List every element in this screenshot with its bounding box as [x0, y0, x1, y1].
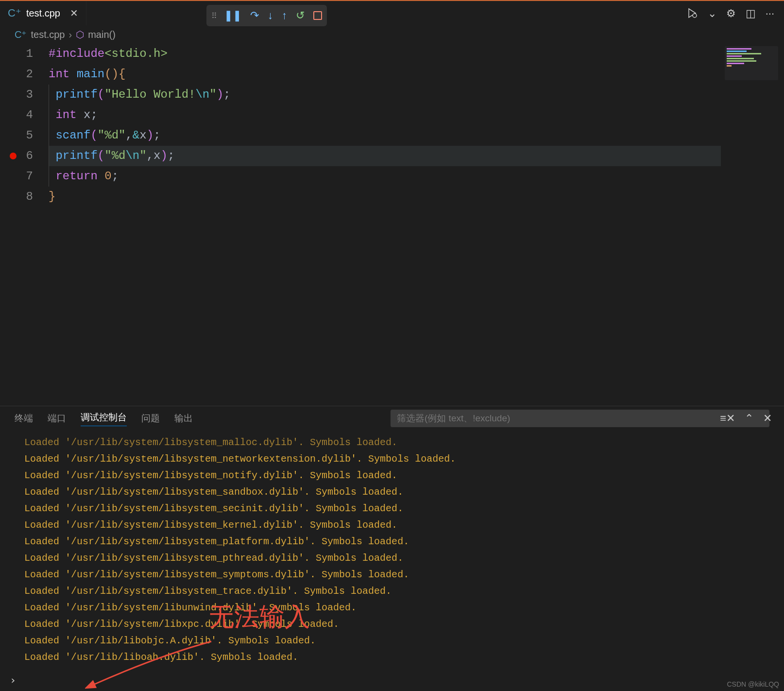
cpp-file-icon: C⁺	[15, 29, 27, 40]
tab-filename: test.cpp	[26, 8, 60, 19]
grip-icon[interactable]: ⠿	[211, 11, 215, 20]
breakpoint-icon[interactable]	[10, 153, 17, 159]
breadcrumb-symbol[interactable]: main()	[88, 29, 116, 40]
chevron-right-icon: ›	[69, 29, 72, 40]
editor-actions: ⌄ ⚙ ◫ ···	[686, 7, 774, 22]
run-debug-icon[interactable]	[686, 7, 698, 22]
code-line: #include<stdio.h>	[49, 44, 784, 64]
code-line: int main(){	[49, 64, 784, 85]
cpp-file-icon: C⁺	[8, 7, 21, 19]
line-number: 6	[0, 146, 33, 166]
console-line: Loaded '/usr/lib/system/libsystem_malloc…	[24, 434, 760, 451]
bottom-panel: 终端 端口 调试控制台 问题 输出 ≡✕ ⌃ ✕ Loaded '/usr/li…	[0, 406, 784, 691]
console-line: Loaded '/usr/lib/system/libsystem_platfo…	[24, 534, 760, 550]
console-line: Loaded '/usr/lib/liboah.dylib'. Symbols …	[24, 649, 760, 664]
line-number: 8	[0, 187, 33, 207]
panel-tabs: 终端 端口 调试控制台 问题 输出 ≡✕ ⌃ ✕	[0, 406, 784, 431]
tab-ports[interactable]: 端口	[48, 412, 66, 425]
tab-problems[interactable]: 问题	[141, 412, 160, 425]
code-line: scanf("%d",&x);	[49, 125, 784, 146]
tab-debug-console[interactable]: 调试控制台	[81, 411, 127, 426]
line-number: 5	[0, 125, 33, 146]
code-editor[interactable]: 1 2 3 4 5 6 7 8 #include<stdio.h> int ma…	[0, 44, 784, 207]
console-line: Loaded '/usr/lib/system/libxpc.dylib'. S…	[24, 616, 760, 633]
console-line: Loaded '/usr/lib/system/libsystem_sympto…	[24, 567, 760, 583]
clear-console-icon[interactable]: ≡✕	[720, 412, 735, 425]
close-panel-icon[interactable]: ✕	[763, 412, 772, 425]
panel-actions: ≡✕ ⌃ ✕	[720, 412, 772, 425]
debug-console-output[interactable]: Loaded '/usr/lib/system/libsystem_malloc…	[0, 431, 784, 664]
code-line: printf("Hello World!\n");	[49, 85, 784, 105]
tab-output[interactable]: 输出	[174, 412, 193, 425]
step-over-icon[interactable]: ↷	[250, 9, 259, 22]
line-number: 7	[0, 166, 33, 187]
chevron-down-icon[interactable]: ⌄	[708, 7, 716, 22]
console-line: Loaded '/usr/lib/system/libsystem_notify…	[24, 467, 760, 484]
console-line: Loaded '/usr/lib/system/libsystem_secini…	[24, 501, 760, 517]
filter-input[interactable]	[391, 410, 769, 427]
console-line: Loaded '/usr/lib/system/libsystem_trace.…	[24, 583, 760, 600]
code-line: int x;	[49, 105, 784, 125]
line-number: 3	[0, 85, 33, 105]
code-line: }	[49, 187, 784, 207]
console-line: Loaded '/usr/lib/system/libunwind.dylib'…	[24, 600, 760, 616]
breadcrumb-file[interactable]: test.cpp	[31, 29, 65, 40]
line-number: 2	[0, 64, 33, 85]
console-line: Loaded '/usr/lib/system/libsystem_networ…	[24, 451, 760, 467]
gear-icon[interactable]: ⚙	[726, 7, 736, 22]
code-content[interactable]: #include<stdio.h> int main(){ printf("He…	[49, 44, 784, 207]
console-line: Loaded '/usr/lib/system/libsystem_pthrea…	[24, 550, 760, 567]
more-icon[interactable]: ···	[766, 7, 774, 22]
code-line-current: printf("%d\n",x);	[49, 146, 721, 166]
repl-prompt-icon[interactable]: ›	[10, 674, 16, 686]
console-line: Loaded '/usr/lib/system/libsystem_kernel…	[24, 517, 760, 534]
pause-icon[interactable]: ❚❚	[224, 9, 241, 22]
svg-point-0	[693, 14, 697, 17]
title-bar: C⁺ test.cpp ✕	[0, 0, 784, 25]
console-line: Loaded '/usr/lib/system/libsystem_sandbo…	[24, 484, 760, 501]
restart-icon[interactable]: ↺	[296, 9, 305, 22]
console-line: Loaded '/usr/lib/libobjc.A.dylib'. Symbo…	[24, 633, 760, 649]
stop-icon[interactable]	[313, 11, 322, 20]
watermark: CSDN @kikiLQQ	[727, 680, 779, 688]
minimap[interactable]	[725, 46, 778, 80]
symbol-method-icon: ⬡	[76, 29, 84, 40]
editor-tab[interactable]: C⁺ test.cpp ✕	[0, 1, 86, 25]
line-number: 4	[0, 105, 33, 125]
step-into-icon[interactable]: ↓	[268, 9, 273, 22]
line-gutter: 1 2 3 4 5 6 7 8	[0, 44, 49, 207]
tab-terminal[interactable]: 终端	[15, 412, 33, 425]
breadcrumb[interactable]: C⁺ test.cpp › ⬡ main()	[0, 25, 784, 44]
debug-toolbar: ⠿ ❚❚ ↷ ↓ ↑ ↺	[206, 5, 327, 26]
line-number: 1	[0, 44, 33, 64]
close-icon[interactable]: ✕	[70, 7, 78, 19]
split-editor-icon[interactable]: ◫	[746, 7, 756, 22]
chevron-up-icon[interactable]: ⌃	[745, 412, 753, 425]
code-line: return 0;	[49, 166, 784, 187]
step-out-icon[interactable]: ↑	[282, 9, 287, 22]
